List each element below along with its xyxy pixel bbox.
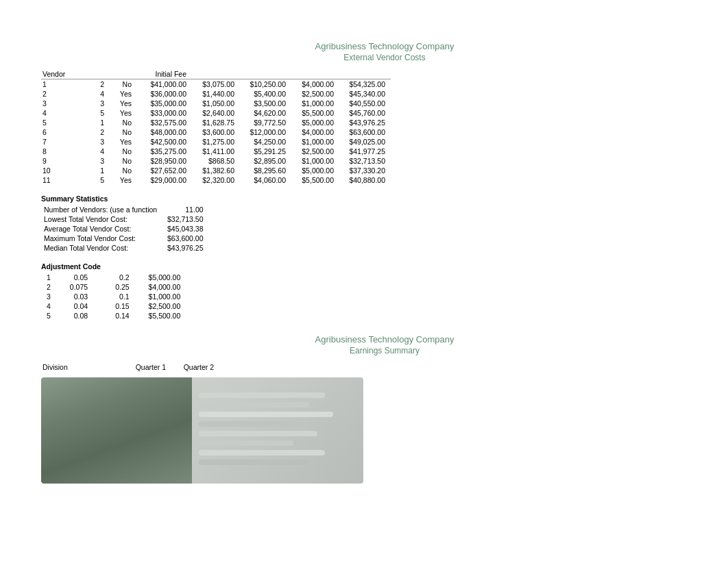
company-name-1: Agribusiness Technology Company	[41, 41, 728, 51]
adj-row: 2 0.075 0.25 $4,000.00	[41, 282, 186, 292]
stats-label: Number of Vendors: (use a function	[41, 205, 165, 214]
c5-cell: $1,050.00	[192, 99, 240, 108]
c6-cell: $10,250.00	[240, 79, 291, 90]
table-row: 3 3 Yes $35,000.00 $1,050.00 $3,500.00 $…	[41, 99, 391, 108]
initial-fee-cell: $42,500.00	[137, 137, 192, 147]
c5-cell: $1,440.00	[192, 89, 240, 99]
col2-cell: 2	[82, 127, 110, 137]
c5-cell: $2,640.00	[192, 108, 240, 118]
blurred-line-7	[199, 450, 325, 455]
col3-cell: No	[110, 166, 137, 175]
vendor-cell: 5	[41, 118, 82, 127]
col3-cell: Yes	[110, 175, 137, 185]
adj-amount: $1,000.00	[143, 292, 186, 301]
total-cell: $40,550.00	[339, 99, 391, 108]
adj-c2: 0.075	[56, 282, 101, 292]
total-header	[339, 69, 391, 79]
col3-cell: No	[110, 127, 137, 137]
blurred-line-1	[199, 392, 325, 398]
col3-cell: No	[110, 156, 137, 166]
total-cell: $43,976.25	[339, 118, 391, 127]
vendor-cell: 4	[41, 108, 82, 118]
col3-cell: No	[110, 79, 137, 90]
c6-cell: $2,895.00	[240, 156, 291, 166]
total-cell: $45,760.00	[339, 108, 391, 118]
c7-cell: $2,500.00	[291, 89, 339, 99]
col3-cell: Yes	[110, 99, 137, 108]
c7-cell: $5,000.00	[291, 118, 339, 127]
col2-header	[82, 69, 110, 79]
c5-cell: $1,411.00	[192, 147, 240, 156]
c6-cell: $5,291.25	[240, 147, 291, 156]
adj-c3: 0.2	[101, 273, 143, 282]
col2-cell: 1	[82, 118, 110, 127]
col2-cell: 5	[82, 175, 110, 185]
vendor-cell: 11	[41, 175, 82, 185]
stats-value: $63,600.00	[165, 234, 206, 243]
adjustment-section: Adjustment Code 1 0.05 0.2 $5,000.00 2 0…	[41, 262, 728, 321]
stats-row: Maximum Total Vendor Cost: $63,600.00	[41, 234, 206, 243]
summary-stats: Summary Statistics Number of Vendors: (u…	[41, 195, 728, 253]
blurred-image-left	[41, 377, 192, 484]
stats-row: Median Total Vendor Cost: $43,976.25	[41, 243, 206, 253]
adj-row: 1 0.05 0.2 $5,000.00	[41, 273, 186, 282]
table-row: 1 2 No $41,000.00 $3,075.00 $10,250.00 $…	[41, 79, 391, 90]
adj-code: 3	[41, 292, 56, 301]
q1-header: Quarter 1	[123, 362, 171, 372]
col2-cell: 1	[82, 166, 110, 175]
adj-code: 5	[41, 311, 56, 321]
stats-table: Number of Vendors: (use a function 11.00…	[41, 205, 206, 253]
adj-amount: $5,500.00	[143, 311, 186, 321]
adj-row: 5 0.08 0.14 $5,500.00	[41, 311, 186, 321]
stats-row: Average Total Vendor Cost: $45,043.38	[41, 224, 206, 234]
c7-cell: $1,000.00	[291, 156, 339, 166]
adj-row: 3 0.03 0.1 $1,000.00	[41, 292, 186, 301]
vendor-col-header: Vendor	[41, 69, 82, 79]
c7-cell: $4,000.00	[291, 127, 339, 137]
table-row: 4 5 Yes $33,000.00 $2,640.00 $4,620.00 $…	[41, 108, 391, 118]
stats-value: $45,043.38	[165, 224, 206, 234]
total-cell: $45,340.00	[339, 89, 391, 99]
section1-title: External Vendor Costs	[41, 53, 728, 62]
adj-c3: 0.15	[101, 301, 143, 311]
c5-cell: $2,320.00	[192, 175, 240, 185]
col3-cell: No	[110, 147, 137, 156]
col2-cell: 4	[82, 89, 110, 99]
blurred-line-8	[199, 460, 309, 465]
adj-row: 4 0.04 0.15 $2,500.00	[41, 301, 186, 311]
adj-amount: $5,000.00	[143, 273, 186, 282]
adj-c2: 0.03	[56, 292, 101, 301]
c7-cell: $5,500.00	[291, 108, 339, 118]
col2-cell: 4	[82, 147, 110, 156]
initial-fee-header: Initial Fee	[137, 69, 192, 79]
c5-cell: $1,275.00	[192, 137, 240, 147]
total-cell: $37,330.20	[339, 166, 391, 175]
c5-cell: $3,600.00	[192, 127, 240, 137]
total-cell: $49,025.00	[339, 137, 391, 147]
col2-cell: 5	[82, 108, 110, 118]
vendor-table: Vendor Initial Fee 1 2 No $41,000.00 $3,…	[41, 69, 391, 185]
stats-label: Median Total Vendor Cost:	[41, 243, 165, 253]
blurred-data-right	[192, 377, 363, 484]
col3-cell: Yes	[110, 137, 137, 147]
stats-value: $32,713.50	[165, 214, 206, 224]
adj-table: 1 0.05 0.2 $5,000.00 2 0.075 0.25 $4,000…	[41, 273, 186, 321]
vendor-cell: 6	[41, 127, 82, 137]
total-cell: $54,325.00	[339, 79, 391, 90]
adj-c2: 0.04	[56, 301, 101, 311]
c6-cell: $12,000.00	[240, 127, 291, 137]
c5-cell: $1,382.60	[192, 166, 240, 175]
c5-cell: $868.50	[192, 156, 240, 166]
adj-c2: 0.08	[56, 311, 101, 321]
adj-amount: $2,500.00	[143, 301, 186, 311]
adj-code: 2	[41, 282, 56, 292]
earnings-table: Division Quarter 1 Quarter 2	[41, 362, 219, 372]
q2-header: Quarter 2	[171, 362, 219, 372]
earnings-section: Agribusiness Technology Company Earnings…	[41, 334, 728, 484]
blurred-line-3	[199, 412, 333, 417]
table-row: 8 4 No $35,275.00 $1,411.00 $5,291.25 $2…	[41, 147, 391, 156]
c6-cell: $3,500.00	[240, 99, 291, 108]
table-row: 6 2 No $48,000.00 $3,600.00 $12,000.00 $…	[41, 127, 391, 137]
c5-cell: $1,628.75	[192, 118, 240, 127]
adj-c3: 0.14	[101, 311, 143, 321]
